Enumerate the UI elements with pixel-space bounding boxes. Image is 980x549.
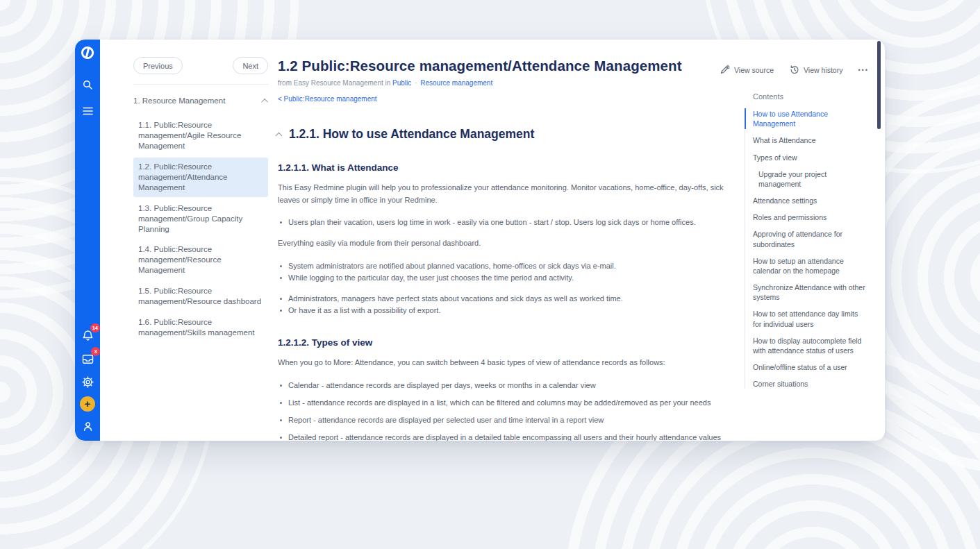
gear-icon[interactable] (78, 373, 97, 391)
inbox-badge: 3 (91, 347, 100, 356)
bullet-item: System administrators are notified about… (278, 260, 728, 272)
contents-item[interactable]: Attendance settings (745, 196, 867, 205)
page-title: 1.2 Public:Resource management/Attendanc… (278, 58, 728, 74)
history-clock-icon (789, 65, 799, 75)
inbox-icon[interactable]: 3 (78, 350, 97, 368)
plus-icon: + (80, 396, 95, 412)
tree-item[interactable]: 1.4. Public:Resource management/Resource… (133, 240, 268, 280)
contents-item[interactable]: Upgrade your project management (745, 169, 867, 189)
contents-sidebar: Contents How to use Attendance Managemen… (745, 92, 867, 396)
tree-item[interactable]: 1.3. Public:Resource management/Group Ca… (133, 199, 268, 239)
more-menu-button[interactable]: ••• (858, 67, 868, 74)
bullet-list: Users plan their vacation, users log tim… (278, 217, 728, 228)
contents-item[interactable]: Approving of attendance for subordinates (745, 229, 867, 248)
scrollbar[interactable] (877, 41, 881, 129)
byline-prefix: from Easy Resource Management in (278, 79, 390, 87)
contents-item[interactable]: What is Attendance (745, 135, 867, 145)
article-body: 1.2.1.1. What is AttendanceThis Easy Red… (278, 162, 728, 441)
bullet-item: Calendar - attendance records are displa… (278, 380, 728, 391)
paragraph: Everything easily via module from their … (278, 237, 728, 250)
wiki-tree-panel: Previous Next 1. Resource Management 1.1… (133, 57, 268, 344)
bullet-item: Administrators, managers have perfect st… (278, 293, 728, 305)
bullet-item: List - attendance records are displayed … (278, 397, 728, 409)
bullet-item: Report - attendance records are displaye… (278, 414, 728, 426)
byline-link-resource-management[interactable]: Resource management (420, 79, 492, 87)
contents-item[interactable]: Roles and permissions (745, 212, 867, 222)
app-window: 14 3 + (75, 40, 885, 441)
tree-item[interactable]: 1.1. Public:Resource management/Agile Re… (133, 116, 268, 155)
contents-item[interactable]: How to set attendance day limits for ind… (745, 309, 867, 328)
bullet-list: Calendar - attendance records are displa… (278, 380, 728, 441)
section-heading-row: 1.2.1. How to use Attendance Management (278, 127, 728, 142)
bullet-item: Detailed report - attendance records are… (278, 432, 728, 441)
bullet-list: System administrators are notified about… (278, 260, 728, 284)
byline-link-public[interactable]: Public (392, 79, 411, 87)
bullet-item: While logging to the particular day, the… (278, 272, 728, 284)
tree-root-label: 1. Resource Management (133, 96, 225, 105)
bullet-item: Or have it as a list with a possibility … (278, 305, 728, 316)
contents-item[interactable]: How to use Attendance Management (745, 109, 867, 128)
bullet-item: Users plan their vacation, users log tim… (278, 217, 728, 228)
contents-item[interactable]: How to setup an attendance calendar on t… (745, 256, 867, 276)
collapse-chevron-icon[interactable] (275, 133, 282, 140)
user-profile-icon[interactable] (78, 417, 97, 435)
byline: from Easy Resource Management in Public … (278, 79, 728, 87)
search-icon[interactable] (78, 76, 97, 94)
contents-item[interactable]: How to display autocomplete field with a… (745, 336, 867, 355)
chevron-up-icon (261, 98, 268, 105)
pencil-lock-icon (720, 65, 730, 75)
tree-item[interactable]: 1.2. Public:Resource management/Attendan… (133, 158, 268, 197)
notifications-badge: 14 (90, 323, 100, 332)
paragraph: When you go to More: Attendance, you can… (278, 357, 728, 369)
tree-root-item[interactable]: 1. Resource Management (133, 96, 268, 105)
paragraph: This Easy Redmine plugin will help you t… (278, 182, 728, 206)
hamburger-menu-icon[interactable] (78, 102, 97, 120)
bullet-list: Administrators, managers have perfect st… (278, 293, 728, 316)
contents-list: How to use Attendance ManagementWhat is … (745, 109, 867, 389)
view-source-label: View source (734, 66, 774, 74)
next-button[interactable]: Next (233, 57, 268, 74)
page-actions: View source View history ••• (720, 65, 869, 75)
byline-separator: · (415, 79, 417, 87)
contents-item[interactable]: Online/offline status of a user (745, 362, 867, 372)
easy-redmine-logo-icon[interactable] (78, 44, 97, 62)
contents-item[interactable]: Synchronize Attendance with other system… (745, 282, 867, 302)
tree-item[interactable]: 1.5. Public:Resource management/Resource… (133, 282, 268, 311)
view-history-label: View history (804, 66, 842, 74)
parent-page-link[interactable]: < Public:Resource management (278, 95, 377, 103)
contents-item[interactable]: Types of view (745, 153, 867, 162)
article-subheading: 1.2.1.2. Types of view (278, 337, 728, 348)
divider (133, 84, 268, 85)
article-subheading: 1.2.1.1. What is Attendance (278, 162, 728, 173)
contents-label: Contents (745, 92, 867, 101)
pager: Previous Next (133, 57, 268, 74)
contents-item[interactable]: Corner situations (745, 379, 867, 389)
section-heading: 1.2.1. How to use Attendance Management (289, 127, 534, 142)
app-sidebar: 14 3 + (75, 40, 100, 441)
view-source-button[interactable]: View source (720, 65, 774, 75)
notifications-bell-icon[interactable]: 14 (78, 326, 97, 344)
article: 1.2 Public:Resource management/Attendanc… (278, 58, 728, 441)
tree-list: 1.1. Public:Resource management/Agile Re… (133, 116, 268, 342)
view-history-button[interactable]: View history (789, 65, 842, 75)
tree-item[interactable]: 1.6. Public:Resource management/Skills m… (133, 313, 268, 342)
previous-button[interactable]: Previous (133, 57, 183, 74)
create-plus-button[interactable]: + (78, 395, 97, 413)
